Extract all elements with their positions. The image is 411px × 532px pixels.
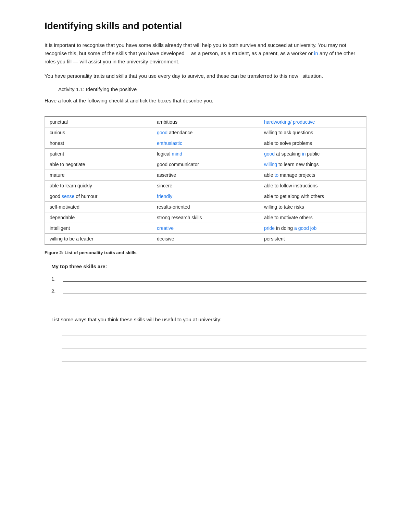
table-cell: ambitious [152, 116, 259, 127]
colored-text: enthusiastic [157, 140, 182, 146]
skill-input-2[interactable] [63, 286, 366, 294]
table-cell: willing to be a leader [45, 233, 152, 244]
table-cell: enthusiastic [152, 138, 259, 148]
useful-line-1 [62, 328, 366, 335]
useful-lines [62, 328, 366, 361]
table-cell: creative [152, 223, 259, 233]
table-row: good sense of humour friendly able to ge… [45, 191, 366, 201]
table-cell: results-oriented [152, 201, 259, 212]
colored-text: to [274, 172, 278, 178]
table-cell: willing to take risks [259, 201, 366, 212]
table-cell: good at speaking in public [259, 148, 366, 159]
activity-title: Activity 1.1: Identifying the positive [58, 86, 366, 92]
table-cell: patient [45, 148, 152, 159]
table-cell: decisive [152, 233, 259, 244]
intro-paragraph-2: You have personality traits and skills t… [45, 72, 366, 80]
colored-text: a good job [294, 225, 316, 231]
table-cell: sincere [152, 180, 259, 191]
table-row: able to negotiate good communicator will… [45, 159, 366, 170]
table-cell: able to manage projects [259, 170, 366, 180]
colored-text: pride [264, 225, 275, 231]
table-cell: good communicator [152, 159, 259, 170]
skills-table: punctual ambitious hardworking/ producti… [45, 116, 366, 245]
table-cell: assertive [152, 170, 259, 180]
table-cell: good sense of humour [45, 191, 152, 201]
table-cell: willing to ask questions [259, 127, 366, 138]
table-row: punctual ambitious hardworking/ producti… [45, 116, 366, 127]
skill-number-1: 1. [51, 276, 60, 282]
colored-text-creative: creative [157, 225, 174, 231]
colored-text: hardworking/ productive [264, 119, 315, 125]
table-row: willing to be a leader decisive persiste… [45, 233, 366, 244]
table-cell: willing to learn new things [259, 159, 366, 170]
table-cell: able to follow instructions [259, 180, 366, 191]
table-cell: able to negotiate [45, 159, 152, 170]
table-row: patient logical mind good at speaking in… [45, 148, 366, 159]
table-cell: intelligent [45, 223, 152, 233]
table-cell: able to get along with others [259, 191, 366, 201]
colored-text: mind [172, 151, 182, 157]
page-title: Identifying skills and potential [45, 21, 366, 32]
useful-section: List some ways that you think these skil… [51, 317, 366, 361]
divider [45, 109, 366, 109]
table-cell: friendly [152, 191, 259, 201]
figure-caption: Figure 2: List of personality traits and… [45, 250, 366, 255]
skills-label: My top three skills are: [51, 263, 366, 269]
table-cell: able to learn quickly [45, 180, 152, 191]
table-cell: honest [45, 138, 152, 148]
useful-label: List some ways that you think these skil… [51, 317, 366, 322]
table-cell: dependable [45, 212, 152, 223]
table-row: mature assertive able to manage projects [45, 170, 366, 180]
link-in: in [314, 50, 318, 56]
useful-line-3 [62, 354, 366, 361]
skill-item-1: 1. [51, 274, 366, 282]
table-cell: able to solve problems [259, 138, 366, 148]
skill-number-2: 2. [51, 288, 60, 294]
table-row: intelligent creative pride in doing a go… [45, 223, 366, 233]
colored-text: good [264, 151, 275, 157]
table-row: self-motivated results-oriented willing … [45, 201, 366, 212]
intro-paragraph-1: It is important to recognise that you ha… [45, 41, 366, 66]
colored-text: willing [264, 162, 277, 167]
table-cell: punctual [45, 116, 152, 127]
checklist-instruction: Have a look at the following checklist a… [45, 97, 366, 105]
skill-item-2: 2. [51, 286, 366, 294]
table-cell: good attendance [152, 127, 259, 138]
useful-line-2 [62, 341, 366, 348]
colored-text: good [157, 130, 167, 135]
table-cell: hardworking/ productive [259, 116, 366, 127]
table-cell: strong research skills [152, 212, 259, 223]
colored-text: friendly [157, 194, 172, 199]
table-cell: mature [45, 170, 152, 180]
table-row: dependable strong research skills able t… [45, 212, 366, 223]
table-cell: self-motivated [45, 201, 152, 212]
table-row: honest enthusiastic able to solve proble… [45, 138, 366, 148]
table-row: able to learn quickly sincere able to fo… [45, 180, 366, 191]
table-cell: logical mind [152, 148, 259, 159]
table-cell: able to motivate others [259, 212, 366, 223]
table-cell: pride in doing a good job [259, 223, 366, 233]
skill-input-1[interactable] [63, 274, 366, 282]
table-cell: persistent [259, 233, 366, 244]
colored-text: sense [62, 194, 74, 199]
colored-text: in [302, 151, 306, 157]
skills-section: My top three skills are: 1. 2. [51, 263, 366, 306]
table-cell: curious [45, 127, 152, 138]
table-row: curious good attendance willing to ask q… [45, 127, 366, 138]
skill-extra-line [63, 299, 355, 306]
